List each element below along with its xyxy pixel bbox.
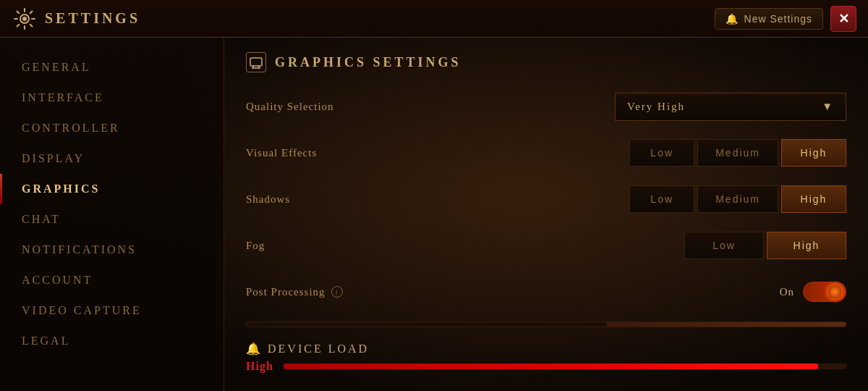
shadows-row: Shadows Low Medium High xyxy=(246,182,846,216)
section-header: GRAPHICS SETTINGS xyxy=(246,52,846,72)
main-content: GRAPHICS SETTINGS Quality Selection Very… xyxy=(224,38,868,391)
quality-selection-row: Quality Selection Very High ▼ xyxy=(246,90,846,123)
device-load-bar-background xyxy=(284,363,846,369)
close-button[interactable]: ✕ xyxy=(830,6,856,32)
sidebar: GENERAL INTERFACE CONTROLLER DISPLAY GRA… xyxy=(0,38,224,391)
scrollbar-thumb xyxy=(606,322,846,327)
shadows-low-button[interactable]: Low xyxy=(629,185,694,213)
device-load-bar-fill xyxy=(284,363,818,369)
sidebar-item-legal[interactable]: LEGAL xyxy=(0,326,224,356)
header-title: SETTINGS xyxy=(45,10,715,27)
visual-effects-medium-button[interactable]: Medium xyxy=(697,139,778,167)
shadows-label: Shadows xyxy=(246,193,477,206)
scrollbar-track[interactable] xyxy=(246,321,846,327)
sidebar-item-notifications[interactable]: NOTIFICATIONS xyxy=(0,235,224,265)
post-processing-value: On xyxy=(780,286,794,298)
device-load-icon: 🔔 xyxy=(246,342,260,356)
post-processing-toggle-container: On xyxy=(780,282,846,302)
sidebar-item-video-capture[interactable]: VIDEO CAPTURE xyxy=(0,295,224,326)
settings-icon xyxy=(12,6,38,32)
post-processing-row: Post Processing i On xyxy=(246,275,846,308)
header: SETTINGS 🔔 New Settings ✕ xyxy=(0,0,868,38)
quality-selection-label: Quality Selection xyxy=(246,101,477,113)
graphics-section-icon xyxy=(246,52,266,72)
sidebar-item-chat[interactable]: CHAT xyxy=(0,204,224,235)
device-load-value: High xyxy=(246,360,275,373)
post-processing-info-icon[interactable]: i xyxy=(331,286,343,298)
sidebar-item-graphics[interactable]: GRAPHICS xyxy=(0,174,224,204)
visual-effects-label: Visual Effects xyxy=(246,147,477,159)
shadows-medium-button[interactable]: Medium xyxy=(697,185,778,213)
toggle-knob xyxy=(827,284,843,300)
device-load-title: DEVICE LOAD xyxy=(268,342,369,356)
svg-point-1 xyxy=(22,17,27,21)
bell-icon: 🔔 xyxy=(726,13,739,25)
visual-effects-low-button[interactable]: Low xyxy=(629,139,694,167)
sidebar-item-controller[interactable]: CONTROLLER xyxy=(0,113,224,143)
sidebar-item-general[interactable]: GENERAL xyxy=(0,52,224,83)
sidebar-item-account[interactable]: ACCOUNT xyxy=(0,265,224,295)
quality-selection-dropdown[interactable]: Very High ▼ xyxy=(615,93,846,121)
visual-effects-row: Visual Effects Low Medium High xyxy=(246,136,846,169)
device-load-section: 🔔 DEVICE LOAD High xyxy=(246,342,846,373)
shadows-high-button[interactable]: High xyxy=(781,185,846,213)
device-load-header: 🔔 DEVICE LOAD xyxy=(246,342,846,356)
device-load-bar-container: High xyxy=(246,360,846,373)
fog-low-button[interactable]: Low xyxy=(684,232,764,259)
quality-selection-controls: Very High ▼ xyxy=(615,93,846,121)
section-title: GRAPHICS SETTINGS xyxy=(275,55,461,70)
post-processing-toggle[interactable] xyxy=(803,282,846,302)
fog-row: Fog Low High xyxy=(246,229,846,262)
svg-rect-2 xyxy=(250,58,262,66)
sidebar-item-display[interactable]: DISPLAY xyxy=(0,143,224,174)
close-icon: ✕ xyxy=(838,11,849,27)
shadows-controls: Low Medium High xyxy=(629,185,846,213)
fog-controls: Low High xyxy=(684,232,846,259)
fog-high-button[interactable]: High xyxy=(767,232,846,259)
quality-selection-value: Very High xyxy=(627,101,685,113)
post-processing-label: Post Processing i xyxy=(246,286,477,298)
new-settings-button[interactable]: 🔔 New Settings xyxy=(715,8,823,30)
sidebar-item-interface[interactable]: INTERFACE xyxy=(0,83,224,113)
new-settings-label: New Settings xyxy=(744,13,812,25)
visual-effects-high-button[interactable]: High xyxy=(781,139,846,167)
fog-label: Fog xyxy=(246,240,477,252)
visual-effects-controls: Low Medium High xyxy=(629,139,846,167)
dropdown-arrow-icon: ▼ xyxy=(822,101,834,113)
